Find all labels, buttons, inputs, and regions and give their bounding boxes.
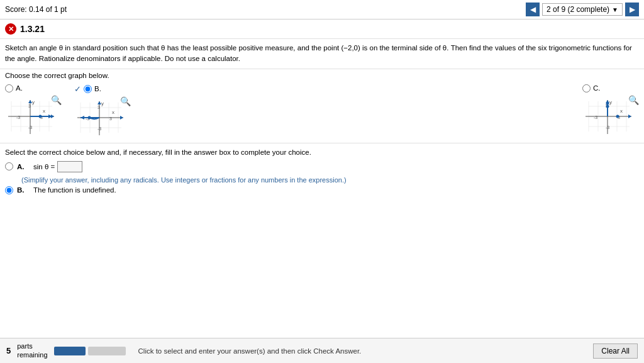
nav-controls: ◀ 2 of 9 (2 complete) ▼ ▶ [526, 3, 639, 16]
click-instruction: Click to select and enter your answer(s)… [138, 347, 362, 355]
graph-c-container: x y 3 -3 -3 3 🔍 [582, 95, 639, 139]
graph-c-radio[interactable] [582, 84, 591, 92]
svg-text:x: x [43, 108, 45, 114]
svg-text:x: x [112, 109, 114, 115]
option-b-row: B. The function is undefined. [5, 186, 639, 194]
graph-a-label[interactable]: A. [16, 84, 23, 92]
progress-empty [88, 347, 126, 355]
svg-point-63 [606, 104, 609, 108]
svg-text:y: y [609, 99, 612, 105]
sin-text: sin θ = [33, 163, 55, 170]
next-button[interactable]: ▶ [625, 3, 639, 16]
graph-b-radio-row: ✓ B. [74, 84, 101, 94]
wrong-icon: ✕ [5, 23, 16, 35]
selection-instruction: Select the correct choice below and, if … [5, 148, 639, 156]
svg-marker-31 [120, 116, 123, 120]
option-a-row: A. sin θ = [5, 161, 639, 172]
clear-all-button[interactable]: Clear All [593, 343, 638, 359]
parts-count: 5 [6, 346, 11, 355]
svg-point-20 [39, 114, 42, 118]
svg-point-62 [616, 114, 619, 118]
svg-text:3: 3 [28, 104, 31, 108]
answer-b-label[interactable]: B. [17, 186, 30, 194]
dropdown-arrow-icon: ▼ [612, 6, 618, 13]
sin-answer-input[interactable] [57, 161, 82, 172]
nav-info-text: 2 of 9 (2 complete) [547, 5, 609, 14]
svg-marker-52 [628, 114, 631, 118]
choose-text: Choose the correct graph below. [0, 69, 644, 82]
svg-text:3: 3 [97, 105, 100, 109]
answer-a-label[interactable]: A. [17, 163, 30, 170]
graph-b-container: x y 3 -3 -3 3 🔍 [74, 96, 131, 140]
svg-text:x: x [620, 108, 623, 114]
problem-title-row: ✕ 1.3.21 [0, 20, 644, 39]
graph-b-radio[interactable] [84, 85, 92, 93]
answer-b-radio[interactable] [5, 186, 13, 194]
progress-fill [54, 347, 86, 355]
svg-text:3: 3 [109, 116, 112, 121]
graph-option-c: C. x y 3 [582, 84, 639, 139]
graph-a-radio[interactable] [5, 84, 13, 92]
svg-text:-3: -3 [16, 115, 20, 120]
svg-text:-3: -3 [97, 126, 101, 131]
problem-number: 1.3.21 [20, 24, 45, 34]
undefined-text: The function is undefined. [33, 186, 116, 194]
graph-option-b: ✓ B. x y [74, 84, 131, 140]
graph-a-container: x y 3 -3 -3 3 🔍 [5, 95, 62, 139]
graph-option-a: A. x y 3 [5, 84, 62, 139]
simplify-hint: (Simplify your answer, including any rad… [21, 176, 639, 184]
magnify-b-icon[interactable]: 🔍 [120, 96, 131, 106]
graph-a-radio-row: A. [5, 84, 23, 92]
answer-a-radio[interactable] [5, 162, 13, 170]
sin-expression: sin θ = [33, 161, 82, 172]
svg-text:-3: -3 [28, 125, 32, 130]
parts-label: parts remaining [17, 342, 47, 359]
graph-b-label[interactable]: B. [94, 85, 101, 92]
footer: 5 parts remaining Click to select and en… [0, 338, 644, 363]
graph-c-label[interactable]: C. [593, 84, 601, 92]
svg-text:-3: -3 [594, 115, 597, 120]
score-text: Score: 0.14 of 1 pt [5, 5, 67, 14]
header-bar: Score: 0.14 of 1 pt ◀ 2 of 9 (2 complete… [0, 0, 644, 20]
graph-c-radio-row: C. [582, 84, 601, 92]
problem-text: Sketch an angle θ in standard position s… [0, 39, 644, 69]
magnify-a-icon[interactable]: 🔍 [51, 95, 62, 105]
progress-bar [54, 347, 126, 355]
svg-marker-40 [80, 116, 84, 120]
nav-dropdown[interactable]: 2 of 9 (2 complete) ▼ [542, 3, 623, 16]
svg-text:y: y [101, 101, 104, 106]
check-b-icon: ✓ [74, 84, 81, 94]
selection-area: Select the correct choice below and, if … [0, 143, 644, 203]
graphs-area: A. x y 3 [0, 82, 644, 143]
svg-text:-3: -3 [606, 125, 609, 130]
svg-point-41 [88, 116, 91, 119]
magnify-c-icon[interactable]: 🔍 [628, 95, 639, 105]
svg-text:y: y [32, 99, 35, 105]
prev-button[interactable]: ◀ [526, 3, 540, 16]
